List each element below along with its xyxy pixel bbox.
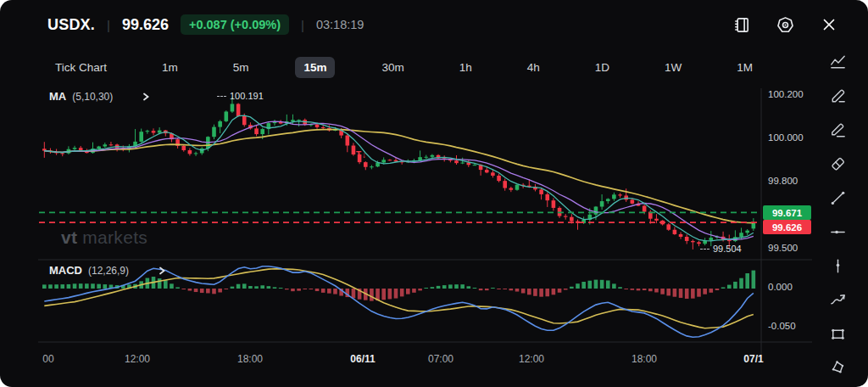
journal-icon[interactable] [731,14,751,35]
horizontal-ray-icon[interactable] [828,222,848,242]
price-axis-label: 100.000 [768,132,804,143]
ma-params: (5,10,30) [72,91,113,103]
polygon-tool-icon[interactable] [828,358,848,378]
time-axis-label: 06/11 [350,353,375,365]
tab-4h[interactable]: 4h [519,57,548,78]
eraser-icon[interactable] [828,154,848,174]
session-low-annotation: 99.504 [700,244,742,254]
price-line-badge: 99.671 [763,205,811,220]
last-price: 99.626 [122,16,169,34]
macd-params: (12,26,9) [88,265,129,277]
time-axis-label: 12:00 [519,353,544,365]
vertical-line-icon[interactable] [828,256,848,276]
tab-1h[interactable]: 1h [451,57,481,78]
time-axis-label: 18:00 [237,353,263,365]
settings-icon[interactable] [775,14,795,35]
tab-1w[interactable]: 1W [656,57,690,78]
header-icons [731,14,839,35]
time-axis-label: 18:00 [632,353,657,365]
draw-pencil-icon[interactable] [828,87,848,106]
price-axis-label: 99.500 [768,243,798,253]
ma-expand-chevron-icon[interactable] [141,92,151,102]
time-axis-label: 00 [42,353,53,365]
header-bar: USDX. | 99.626 +0.087 (+0.09%) | 03:18:1… [0,0,868,49]
tab-5m[interactable]: 5m [225,57,258,78]
trade-marker[interactable]: T↓ [356,150,366,160]
macd-expand-chevron-icon[interactable] [157,266,167,276]
header-separator: | [301,18,304,32]
session-clock: 03:18:19 [316,18,364,31]
trade-marker-arrow: ↓ [362,150,366,160]
time-axis-label: 07/1 [743,353,763,365]
macd-label: MACD [49,264,82,277]
ma-indicator-row: MA (5,10,30) [49,90,151,103]
price-line-badge: 99.626 [763,220,811,234]
price-axis-label: 99.800 [768,176,798,186]
trading-app-window: USDX. | 99.626 +0.087 (+0.09%) | 03:18:1… [0,0,868,387]
indicator-chart-icon[interactable] [828,53,848,72]
time-axis-label: 07:00 [428,353,453,365]
tab-tick-chart[interactable]: Tick Chart [47,57,115,78]
edit-pencil-icon[interactable] [828,121,848,140]
wave-arrow-icon[interactable] [828,290,848,310]
macd-indicator-row: MACD (12,26,9) [49,264,167,277]
ma-label: MA [49,90,66,103]
low-tick-dash [700,249,709,250]
close-icon[interactable] [819,14,839,35]
rectangle-tool-icon[interactable] [828,324,848,344]
high-tick-dash [217,96,226,97]
tab-30m[interactable]: 30m [373,57,412,78]
symbol-title: USDX. [47,16,95,34]
tab-1m[interactable]: 1m [153,57,186,78]
timeframe-tabs: Tick Chart1m5m15m30m1h4h1D1W1M [47,49,761,85]
session-high-annotation: 100.191 [217,91,264,101]
header-separator: | [107,18,110,32]
tab-1d[interactable]: 1D [587,57,618,78]
trend-line-icon[interactable] [828,188,848,208]
time-axis-label: 12:00 [125,353,150,365]
tab-15m[interactable]: 15m [295,57,335,78]
vt-markets-watermark: vtmarkets [61,227,147,248]
macd-axis-label: 0.000 [768,282,793,292]
change-badge: +0.087 (+0.09%) [181,14,289,35]
tab-1m[interactable]: 1M [728,57,761,78]
drawing-toolbar [819,53,856,378]
price-axis-label: 100.200 [768,89,804,99]
macd-axis-label: -0.050 [768,321,796,331]
